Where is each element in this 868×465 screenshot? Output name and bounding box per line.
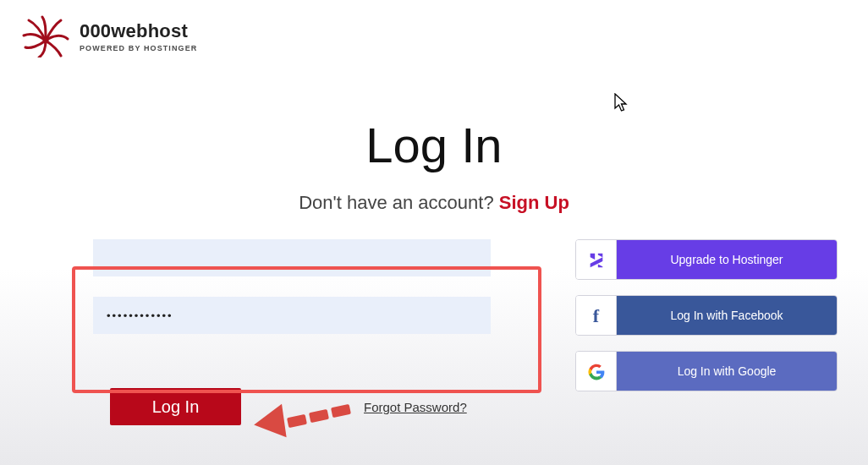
login-google-label: Log In with Google (617, 352, 837, 391)
google-icon (576, 352, 617, 391)
login-facebook-label: Log In with Facebook (617, 296, 837, 335)
brand-text: 000webhost POWERED BY HOSTINGER (80, 20, 197, 52)
hostinger-icon (576, 240, 617, 280)
header: 000webhost POWERED BY HOSTINGER (0, 0, 868, 57)
brand-tagline: POWERED BY HOSTINGER (80, 44, 197, 52)
login-button[interactable]: Log In (110, 388, 241, 425)
svg-point-0 (43, 38, 49, 44)
brand-name: 000webhost (80, 20, 197, 42)
upgrade-hostinger-button[interactable]: Upgrade to Hostinger (575, 239, 838, 280)
signup-link[interactable]: Sign Up (499, 192, 569, 213)
upgrade-hostinger-label: Upgrade to Hostinger (617, 240, 837, 279)
signup-prompt: Don't have an account? (299, 192, 499, 213)
cursor-icon (614, 93, 629, 113)
social-column: Upgrade to Hostinger f Log In with Faceb… (575, 239, 838, 425)
action-row: Log In Forgot Password? (68, 388, 541, 425)
subtitle-row: Don't have an account? Sign Up (0, 192, 868, 214)
email-field[interactable] (93, 239, 491, 276)
login-google-button[interactable]: Log In with Google (575, 351, 838, 391)
forgot-password-link[interactable]: Forgot Password? (364, 400, 467, 414)
brand-logo-icon (20, 15, 71, 57)
login-form: Log In Forgot Password? (68, 239, 541, 425)
content: Log In Forgot Password? Upgrade to Hosti… (0, 239, 868, 425)
login-facebook-button[interactable]: f Log In with Facebook (575, 295, 838, 336)
page-title: Log In (0, 117, 868, 173)
password-field[interactable] (93, 297, 491, 334)
facebook-icon: f (576, 296, 617, 336)
